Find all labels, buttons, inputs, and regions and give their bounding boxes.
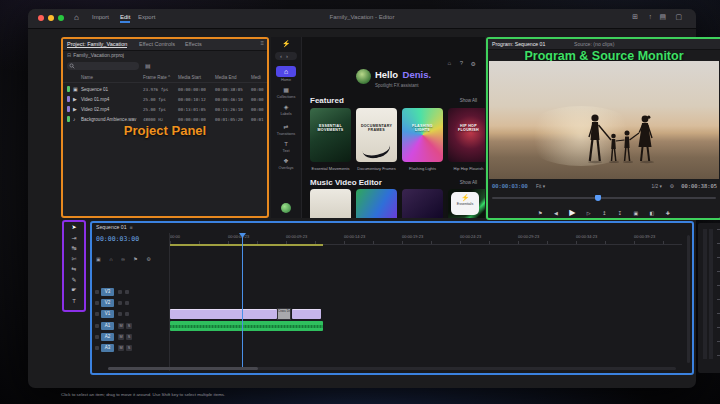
timeline-vertical-scrollbar[interactable] — [687, 235, 690, 363]
video-clip-1[interactable]: fxVideo 01.mp4 — [170, 309, 277, 319]
track-visibility-button[interactable] — [125, 312, 129, 316]
audio-clip[interactable]: Background Ambience.wav — [170, 321, 323, 331]
play-icon[interactable]: ▶ — [569, 208, 575, 217]
sidebar-item-home[interactable]: ⌂ Home — [271, 66, 301, 82]
col-media-duration[interactable]: Medi — [251, 75, 261, 80]
nav-back-forward[interactable]: ‹› — [275, 52, 297, 60]
sidebar-item-overlays[interactable]: ❖ Overlays — [271, 157, 301, 170]
sidebar-item-transitions[interactable]: ⇄ Transitions — [271, 123, 301, 136]
scrubber-playhead[interactable] — [595, 195, 601, 201]
sidebar-item-text[interactable]: T Text — [271, 140, 301, 153]
tab-import[interactable]: Import — [92, 14, 109, 20]
tab-export[interactable]: Export — [138, 14, 155, 20]
snap-icon[interactable]: ∩ — [109, 256, 113, 262]
fullscreen-icon[interactable]: ▢ — [675, 13, 682, 21]
monitor-scrubber[interactable] — [492, 197, 716, 199]
mute-button[interactable]: M — [118, 345, 124, 351]
track-select-tool-icon[interactable]: ⇥ — [64, 233, 84, 244]
project-row-video1[interactable]: ▶ Video 01.mp4 25.00 fps 00:00:10:12 00:… — [63, 94, 267, 104]
nest-icon[interactable]: ▣ — [96, 256, 101, 262]
mute-button[interactable]: M — [118, 323, 124, 329]
track-target-a1[interactable]: A1 — [101, 322, 114, 330]
panel-menu-icon[interactable]: ≡ — [130, 224, 133, 230]
card-label[interactable]: Hip Hop Flourish — [448, 166, 485, 171]
track-target-a2[interactable]: A2 — [101, 333, 114, 341]
essentials-button[interactable]: ⚡ Essentials — [451, 192, 479, 215]
label-color-chip[interactable] — [67, 86, 70, 92]
settings-plus-icon[interactable]: ✚ — [666, 210, 670, 216]
slip-tool-icon[interactable]: ⇆ — [64, 264, 84, 275]
wrench-icon[interactable]: ⚙ — [670, 183, 674, 189]
music-card[interactable] — [310, 189, 351, 218]
zoom-level-dropdown[interactable]: Fit ▾ — [536, 184, 545, 189]
tab-project[interactable]: Project: Family_Vacation — [67, 41, 127, 48]
card-label[interactable]: Documentary Frames — [356, 166, 397, 171]
transition-clip[interactable]: Cross Dissolve — [277, 308, 291, 320]
layout-icon[interactable]: ▤ — [659, 13, 666, 21]
track-target-v3[interactable]: V3 — [101, 288, 114, 296]
scrollbar-thumb[interactable] — [108, 367, 258, 370]
label-color-chip[interactable] — [67, 96, 70, 102]
track-lock-button[interactable] — [95, 312, 99, 316]
music-card[interactable] — [356, 189, 397, 218]
track-lock-button[interactable] — [95, 324, 99, 328]
search-input[interactable] — [67, 62, 139, 70]
track-sync-lock-button[interactable] — [118, 301, 122, 305]
pen-tool-icon[interactable]: ✎ — [64, 275, 84, 286]
ripple-edit-tool-icon[interactable]: ↹ — [64, 243, 84, 254]
solo-button[interactable]: S — [126, 345, 132, 351]
col-media-end[interactable]: Media End — [215, 75, 237, 80]
featured-show-all-link[interactable]: Show All — [460, 98, 477, 103]
workspace-icon[interactable]: ⊞ — [632, 13, 638, 21]
zoom-window-button[interactable] — [58, 15, 64, 21]
card-label[interactable]: Essential Movements — [310, 166, 351, 171]
label-color-chip[interactable] — [67, 116, 70, 122]
solo-button[interactable]: S — [126, 334, 132, 340]
track-target-a3[interactable]: A3 — [101, 344, 114, 352]
tab-source[interactable]: Source: (no clips) — [574, 41, 614, 47]
playback-resolution-dropdown[interactable]: 1/2 ▾ — [652, 184, 662, 189]
home-icon[interactable]: ⌂ — [74, 13, 79, 22]
lift-icon[interactable]: ↥ — [602, 210, 606, 216]
step-back-icon[interactable]: ◀ — [554, 210, 558, 216]
card-hip-hop-flourish[interactable]: HIP HOP FLOURISH — [448, 108, 485, 162]
track-lock-button[interactable] — [95, 335, 99, 339]
timeline-horizontal-scrollbar[interactable] — [108, 367, 676, 370]
minimize-window-button[interactable] — [48, 15, 54, 21]
export-frame-icon[interactable]: ▣ — [633, 210, 638, 216]
card-label[interactable]: Flashing Lights — [402, 166, 443, 171]
quick-export-icon[interactable]: ↑ — [649, 13, 653, 20]
comparison-icon[interactable]: ◧ — [650, 210, 655, 216]
playhead[interactable] — [242, 234, 243, 369]
card-documentary-frames[interactable]: DOCUMENTARY FRAMES — [356, 108, 397, 162]
project-row-video2[interactable]: ▶ Video 02.mp4 25.00 fps 00:13:01:05 00:… — [63, 104, 267, 114]
sidebar-item-collections[interactable]: ▦ Collections — [271, 86, 301, 99]
selection-tool-icon[interactable]: ➤ — [64, 222, 84, 233]
avatar[interactable] — [281, 203, 291, 213]
type-tool-icon[interactable]: T — [64, 296, 84, 307]
step-forward-icon[interactable]: ▷ — [587, 210, 591, 216]
mute-button[interactable]: M — [118, 334, 124, 340]
project-row-sequence[interactable]: ▣ Sequence 01 23.976 fps 00:00:00:00 00:… — [63, 84, 267, 94]
extract-icon[interactable]: ↧ — [618, 210, 622, 216]
label-color-chip[interactable] — [67, 106, 70, 112]
panel-menu-icon[interactable]: ≡ — [260, 40, 264, 46]
timeline-timecode[interactable]: 00:00:03:00 — [96, 235, 139, 243]
bin-path[interactable]: ⊟Family_Vacation.prproj — [67, 52, 124, 58]
track-lock-button[interactable] — [95, 301, 99, 305]
add-marker-icon[interactable]: ⚑ — [538, 210, 542, 216]
close-window-button[interactable] — [38, 15, 44, 21]
tab-effects[interactable]: Effects — [185, 41, 202, 47]
track-sync-lock-button[interactable] — [118, 290, 122, 294]
hand-tool-icon[interactable]: ☛ — [64, 285, 84, 296]
tab-edit[interactable]: Edit — [120, 14, 130, 23]
music-card[interactable] — [402, 189, 443, 218]
razor-tool-icon[interactable]: ✄ — [64, 254, 84, 265]
card-essential-movements[interactable]: ESSENTIAL MOVEMENTS — [310, 108, 351, 162]
track-lock-button[interactable] — [95, 290, 99, 294]
sidebar-item-labels[interactable]: ◈ Labels — [271, 103, 301, 116]
track-visibility-button[interactable] — [125, 290, 129, 294]
card-flashing-lights[interactable]: FLASHING LIGHTS — [402, 108, 443, 162]
current-timecode[interactable]: 00:00:03:00 — [492, 183, 528, 189]
track-target-v2[interactable]: V2 — [101, 299, 114, 307]
